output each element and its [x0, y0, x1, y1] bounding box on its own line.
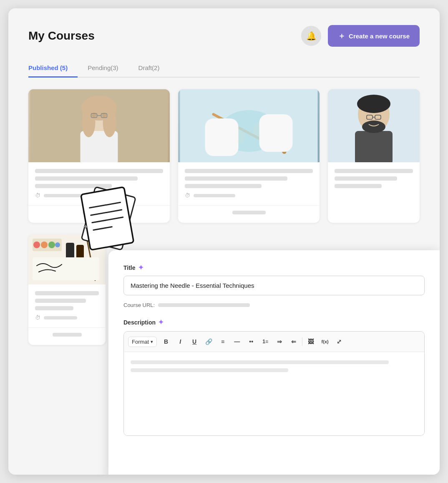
skeleton	[194, 194, 235, 197]
skeleton	[44, 316, 77, 319]
card-action-row	[28, 205, 170, 223]
svg-point-5	[103, 108, 116, 137]
skeleton	[35, 184, 112, 188]
description-label: Description ✦	[123, 318, 425, 326]
italic-button[interactable]: I	[174, 335, 187, 348]
chevron-down-icon: ▾	[151, 339, 153, 345]
skeleton	[44, 194, 86, 197]
svg-rect-48	[33, 257, 99, 280]
image-icon: 🖼	[308, 338, 314, 345]
bell-icon: 🔔	[306, 31, 317, 41]
notification-bell-button[interactable]: 🔔	[301, 26, 321, 46]
svg-rect-17	[205, 118, 239, 156]
underline-button[interactable]: U	[188, 335, 201, 348]
skeleton	[35, 291, 99, 295]
svg-point-43	[55, 242, 60, 247]
formula-button[interactable]: f(x)	[318, 335, 332, 348]
svg-line-36	[93, 227, 112, 230]
clock-icon: ⏱	[35, 314, 40, 321]
numbered-list-button[interactable]: 1≡	[259, 335, 272, 348]
format-label: Format	[132, 339, 149, 345]
clock-icon: ⏱	[35, 192, 40, 199]
align-button[interactable]: ≡	[216, 335, 229, 348]
course-card-2[interactable]: ⏱	[178, 89, 320, 223]
hr-icon: —	[234, 338, 240, 345]
course-card-art[interactable]: ⏱	[28, 234, 106, 345]
bullet-list-button[interactable]: ••	[244, 335, 258, 348]
course-meta: ⏱	[35, 192, 163, 199]
card-action-row-2	[178, 205, 320, 223]
svg-line-31	[92, 223, 110, 228]
clock-icon: ⏱	[185, 192, 190, 199]
svg-rect-45	[76, 245, 84, 259]
skeleton	[185, 176, 287, 181]
indent-button[interactable]: ⇒	[273, 335, 286, 348]
course-card-art-body: ⏱	[28, 284, 106, 327]
overlay-panel: Title ✦ Course URL: Description ✦ Format	[108, 250, 440, 475]
skeleton	[335, 176, 397, 181]
course-card-2-body: ⏱	[178, 162, 320, 205]
desc-sparkle-icon: ✦	[158, 318, 164, 326]
svg-point-41	[41, 242, 48, 248]
bullet-list-icon: ••	[249, 338, 253, 345]
title-label: Title ✦	[123, 264, 425, 272]
bold-icon: B	[164, 338, 168, 345]
course-card-art-image	[28, 234, 106, 284]
editor-content[interactable]	[124, 352, 424, 435]
bold-button[interactable]: B	[159, 335, 173, 348]
card-action-row-art	[28, 327, 106, 345]
course-meta: ⏱	[35, 314, 99, 321]
editor-box: Format ▾ B I U	[123, 331, 425, 436]
page-title: My Courses	[28, 29, 95, 43]
indent-icon: ⇒	[277, 338, 282, 345]
formula-icon: f(x)	[322, 339, 329, 344]
hr-button[interactable]: —	[230, 335, 244, 348]
tab-published[interactable]: Published (5)	[28, 60, 78, 78]
svg-rect-21	[355, 131, 393, 162]
numbered-list-icon: 1≡	[262, 339, 268, 345]
skeleton	[335, 184, 382, 188]
expand-button[interactable]: ⤢	[332, 335, 346, 348]
format-dropdown[interactable]: Format ▾	[128, 337, 157, 347]
sparkle-icon: ✦	[138, 264, 143, 272]
course-meta: ⏱	[185, 192, 313, 199]
header-actions: 🔔 ＋ Create a new course	[301, 25, 420, 47]
image-button[interactable]: 🖼	[304, 335, 317, 348]
course-card-1[interactable]: ⏱	[28, 89, 170, 223]
course-card-3-image	[328, 89, 420, 162]
course-card-2-image	[178, 89, 320, 162]
svg-rect-18	[259, 114, 293, 152]
outdent-icon: ⇐	[291, 338, 296, 345]
create-course-label: Create a new course	[349, 33, 410, 40]
link-button[interactable]: 🔗	[202, 335, 215, 348]
outdent-button[interactable]: ⇐	[287, 335, 300, 348]
url-row: Course URL:	[123, 302, 425, 308]
align-icon: ≡	[221, 338, 224, 345]
svg-point-23	[362, 121, 385, 133]
svg-point-40	[33, 242, 40, 248]
svg-point-4	[82, 108, 96, 137]
svg-rect-44	[66, 243, 74, 259]
tabs-row: Published (5) Pending(3) Draft(2)	[28, 60, 420, 78]
app-window: My Courses 🔔 ＋ Create a new course Publi…	[8, 8, 440, 475]
editor-toolbar: Format ▾ B I U	[124, 332, 424, 352]
create-course-button[interactable]: ＋ Create a new course	[328, 25, 420, 47]
toolbar-divider	[302, 337, 302, 346]
course-card-1-image	[28, 89, 170, 162]
svg-point-42	[48, 242, 55, 248]
tab-pending[interactable]: Pending(3)	[88, 60, 128, 78]
course-card-1-body: ⏱	[28, 162, 170, 205]
expand-icon: ⤢	[337, 338, 342, 345]
skeleton	[335, 169, 413, 173]
svg-point-22	[357, 95, 390, 113]
title-input[interactable]	[123, 276, 425, 295]
url-label: Course URL:	[123, 302, 155, 308]
course-card-3[interactable]	[328, 89, 420, 223]
course-card-3-body	[328, 162, 420, 198]
content-line	[131, 360, 389, 364]
skeleton	[232, 211, 266, 214]
header-row: My Courses 🔔 ＋ Create a new course	[28, 25, 420, 47]
skeleton	[83, 211, 116, 214]
tab-draft[interactable]: Draft(2)	[138, 60, 170, 78]
svg-text:✦: ✦	[83, 223, 89, 231]
